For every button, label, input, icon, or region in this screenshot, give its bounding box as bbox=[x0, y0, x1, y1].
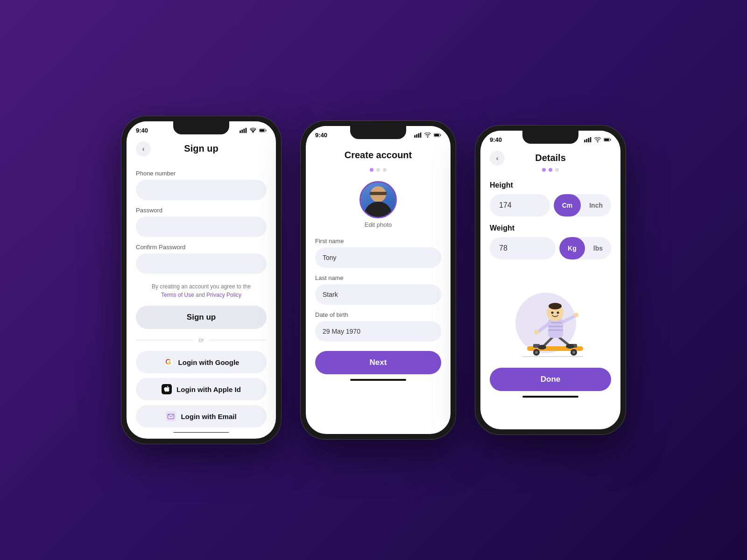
wifi-icon bbox=[249, 128, 257, 133]
svg-rect-19 bbox=[588, 138, 589, 142]
svg-rect-3 bbox=[246, 128, 247, 133]
svg-rect-24 bbox=[604, 139, 609, 141]
profile-avatar[interactable] bbox=[359, 181, 397, 218]
google-icon: G bbox=[163, 357, 174, 367]
dob-input[interactable] bbox=[315, 321, 441, 342]
signup-screen: ‹ Sign up Phone number Password Confirm … bbox=[127, 136, 276, 433]
password-input[interactable] bbox=[136, 217, 267, 237]
svg-rect-10 bbox=[416, 134, 417, 138]
svg-point-21 bbox=[597, 141, 598, 142]
phone-create-account: 9:40 bbox=[300, 120, 456, 440]
weight-section: Weight 78 Kg lbs bbox=[490, 224, 611, 259]
details-dot-3 bbox=[555, 168, 559, 172]
email-login-button[interactable]: Login with Email bbox=[136, 405, 267, 427]
confirm-password-input[interactable] bbox=[136, 253, 267, 274]
or-divider: or bbox=[136, 336, 267, 343]
height-unit-toggle[interactable]: Cm Inch bbox=[554, 194, 611, 217]
apple-logo-svg bbox=[164, 386, 170, 392]
dob-label: Date of birth bbox=[315, 311, 441, 318]
svg-rect-18 bbox=[586, 139, 587, 142]
next-button[interactable]: Next bbox=[315, 351, 441, 374]
status-time-3: 9:40 bbox=[490, 136, 502, 143]
firstname-label: First name bbox=[315, 238, 441, 245]
email-btn-label: Login with Email bbox=[181, 413, 236, 420]
back-button[interactable]: ‹ bbox=[136, 141, 151, 156]
weight-unit-toggle[interactable]: Kg lbs bbox=[559, 237, 611, 259]
height-section: Height 174 Cm Inch bbox=[490, 181, 611, 217]
phone-input[interactable] bbox=[136, 180, 267, 200]
details-title: Details bbox=[535, 153, 566, 163]
torso bbox=[548, 318, 563, 338]
height-value: 174 bbox=[490, 194, 550, 217]
avatar-image bbox=[361, 182, 395, 218]
status-icons-1 bbox=[240, 128, 267, 133]
signup-header: ‹ Sign up bbox=[136, 136, 267, 163]
edit-photo-label: Edit photo bbox=[365, 221, 392, 228]
avatar-container: Edit photo bbox=[315, 181, 441, 228]
weight-kg-btn[interactable]: Kg bbox=[559, 237, 585, 259]
weight-value: 78 bbox=[490, 237, 556, 259]
svg-rect-16 bbox=[434, 134, 439, 136]
weight-row: 78 Kg lbs bbox=[490, 237, 611, 259]
eye-right bbox=[557, 312, 559, 314]
email-envelope-svg bbox=[168, 414, 174, 419]
terms-link[interactable]: Terms of Use bbox=[161, 292, 194, 298]
done-button[interactable]: Done bbox=[490, 368, 611, 391]
svg-rect-7 bbox=[260, 129, 264, 132]
firstname-input[interactable] bbox=[315, 247, 441, 268]
step-dot-3 bbox=[383, 168, 387, 172]
home-indicator-2 bbox=[350, 379, 406, 381]
skater-svg bbox=[499, 267, 602, 360]
signal-icon-2 bbox=[414, 133, 422, 138]
battery-icon-2 bbox=[434, 133, 441, 138]
home-indicator-3 bbox=[522, 396, 578, 398]
height-row: 174 Cm Inch bbox=[490, 194, 611, 217]
notch-3 bbox=[522, 131, 578, 144]
details-back-button[interactable]: ‹ bbox=[490, 151, 505, 166]
privacy-link[interactable]: Privacy Policy bbox=[206, 292, 241, 298]
step-dots bbox=[315, 168, 441, 172]
svg-rect-2 bbox=[243, 129, 245, 133]
signup-button[interactable]: Sign up bbox=[136, 306, 267, 329]
stripe3 bbox=[548, 329, 563, 331]
weight-lbs-btn[interactable]: lbs bbox=[585, 237, 611, 259]
phone-signup: 9:40 bbox=[121, 116, 282, 444]
svg-rect-9 bbox=[414, 135, 416, 138]
status-icons-3 bbox=[584, 137, 611, 142]
terms-text: By creating an account you agree to the … bbox=[136, 282, 267, 299]
apple-btn-label: Login with Apple Id bbox=[176, 385, 241, 393]
notch bbox=[173, 121, 229, 134]
apple-login-button[interactable]: Login with Apple Id bbox=[136, 378, 267, 400]
details-dot-2 bbox=[549, 168, 552, 172]
create-account-title: Create account bbox=[345, 150, 412, 160]
height-inch-btn[interactable]: Inch bbox=[581, 194, 611, 217]
google-btn-label: Login with Google bbox=[178, 358, 240, 366]
home-indicator-1 bbox=[173, 432, 229, 433]
lastname-input[interactable] bbox=[315, 284, 441, 305]
details-dot-1 bbox=[542, 168, 546, 172]
wifi-icon-3 bbox=[594, 137, 601, 142]
shoe-left bbox=[538, 345, 546, 350]
notch-2 bbox=[350, 126, 406, 139]
details-header: ‹ Details bbox=[490, 145, 611, 168]
wheel-front-inner bbox=[535, 351, 538, 354]
height-cm-btn[interactable]: Cm bbox=[554, 194, 581, 217]
password-label: Password bbox=[136, 207, 267, 214]
stripe2 bbox=[548, 326, 563, 327]
svg-rect-23 bbox=[610, 139, 611, 140]
svg-rect-0 bbox=[240, 131, 241, 133]
google-login-button[interactable]: G Login with Google bbox=[136, 351, 267, 373]
email-icon bbox=[166, 411, 176, 421]
lastname-label: Last name bbox=[315, 274, 441, 281]
svg-rect-12 bbox=[420, 133, 422, 138]
confirm-password-label: Confirm Password bbox=[136, 244, 267, 251]
signal-icon bbox=[240, 128, 247, 133]
svg-rect-11 bbox=[418, 133, 419, 138]
battery-icon-3 bbox=[604, 137, 611, 142]
person-body bbox=[364, 202, 392, 218]
step-dot-2 bbox=[376, 168, 380, 172]
svg-point-13 bbox=[427, 137, 428, 138]
details-screen: ‹ Details Height 174 Cm bbox=[480, 145, 620, 423]
weight-label: Weight bbox=[490, 224, 611, 232]
svg-rect-17 bbox=[584, 140, 585, 143]
